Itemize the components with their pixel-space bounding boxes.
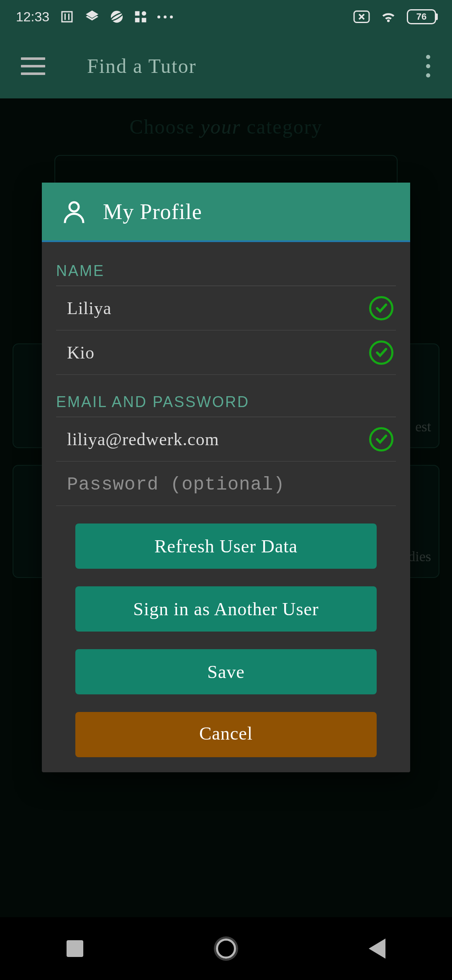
globe-icon — [110, 10, 124, 24]
email-row — [56, 417, 396, 462]
first-name-input[interactable] — [67, 298, 369, 318]
cancel-button[interactable]: Cancel — [75, 712, 377, 757]
more-dots-icon — [157, 15, 173, 18]
battery-icon: 76 — [407, 9, 436, 24]
overflow-icon[interactable] — [426, 55, 430, 77]
last-name-input[interactable] — [67, 343, 369, 363]
person-icon — [60, 198, 88, 225]
refresh-button[interactable]: Refresh User Data — [75, 524, 377, 569]
menu-icon[interactable] — [21, 57, 45, 75]
recents-button[interactable] — [67, 940, 83, 957]
section-email-label: EMAIL AND PASSWORD — [56, 393, 396, 417]
svg-point-3 — [142, 11, 146, 16]
status-time: 12:33 — [16, 9, 49, 25]
svg-rect-4 — [135, 18, 140, 23]
system-navbar — [0, 917, 452, 980]
statusbar: 12:33 76 — [0, 0, 452, 34]
check-icon — [369, 340, 393, 365]
save-button[interactable]: Save — [75, 649, 377, 694]
close-box-icon — [353, 10, 370, 23]
appbar: Find a Tutor — [0, 34, 452, 98]
layers-icon — [85, 9, 100, 24]
page-title: Find a Tutor — [87, 54, 196, 77]
section-name-label: NAME — [56, 262, 396, 286]
svg-rect-5 — [142, 18, 146, 23]
first-name-row — [56, 286, 396, 330]
password-input[interactable] — [67, 474, 393, 494]
dialog-title: My Profile — [103, 199, 202, 224]
home-button[interactable] — [216, 939, 236, 959]
email-input[interactable] — [67, 429, 369, 449]
nfc-icon — [59, 9, 74, 24]
check-icon — [369, 296, 393, 320]
wifi-icon — [380, 10, 397, 23]
dialog-header: My Profile — [42, 183, 410, 242]
svg-rect-2 — [135, 11, 140, 16]
last-name-row — [56, 330, 396, 375]
password-row — [56, 462, 396, 506]
profile-dialog: My Profile NAME EMAIL AND PASSWORD Refre… — [42, 183, 410, 772]
check-icon — [369, 427, 393, 451]
grid-icon — [134, 10, 147, 23]
back-button[interactable] — [369, 939, 385, 959]
signin-other-button[interactable]: Sign in as Another User — [75, 586, 377, 632]
svg-point-7 — [69, 202, 79, 211]
